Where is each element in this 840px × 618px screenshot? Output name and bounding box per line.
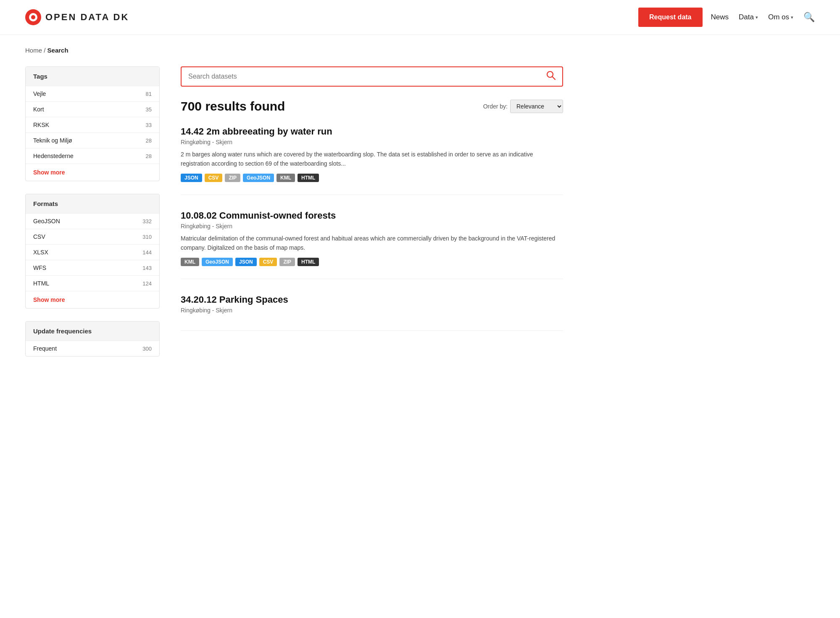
dataset-item: 10.08.02 Communist-owned forests Ringkøb… [181,210,563,279]
nav-news[interactable]: News [711,13,729,21]
dataset-org: Ringkøbing - Skjern [181,307,563,314]
breadcrumb-home[interactable]: Home [25,47,42,54]
search-button[interactable] [546,71,556,82]
svg-point-2 [31,15,35,19]
logo[interactable]: OPEN DATA DK [25,9,129,25]
tag-zip[interactable]: ZIP [225,174,240,182]
tag-teknik[interactable]: Teknik og Miljø 28 [26,132,159,148]
nav-omos[interactable]: Om os ▾ [768,13,793,21]
data-caret-icon: ▾ [756,15,758,20]
logo-icon [25,9,41,25]
dataset-tags: JSON CSV ZIP GeoJSON KML HTML [181,174,563,182]
dataset-title[interactable]: 10.08.02 Communist-owned forests [181,210,563,221]
format-geojson[interactable]: GeoJSON 332 [26,213,159,229]
sidebar: Tags Vejle 81 Kort 35 RKSK 33 Teknik og … [25,66,160,369]
tag-zip[interactable]: ZIP [279,258,295,266]
search-input[interactable] [188,73,546,80]
tag-vejle[interactable]: Vejle 81 [26,86,159,101]
tag-csv[interactable]: CSV [205,174,223,182]
order-by-select[interactable]: Relevance Name Last Modified Popularity [510,100,563,113]
tag-html[interactable]: HTML [298,174,319,182]
results-header: 700 results found Order by: Relevance Na… [181,99,563,114]
tag-kort[interactable]: Kort 35 [26,101,159,117]
update-frequencies-section: Update frequencies Frequent 300 [25,321,160,357]
tag-kml[interactable]: KML [181,258,199,266]
dataset-item: 14.42 2m abbreeating by water run Ringkø… [181,126,563,195]
dataset-org: Ringkøbing - Skjern [181,223,563,230]
tags-section: Tags Vejle 81 Kort 35 RKSK 33 Teknik og … [25,66,160,181]
omos-caret-icon: ▾ [791,15,793,20]
request-data-button[interactable]: Request data [638,8,702,27]
dataset-item: 34.20.12 Parking Spaces Ringkøbing - Skj… [181,294,563,331]
tag-geojson[interactable]: GeoJSON [202,258,233,266]
format-xlsx[interactable]: XLSX 144 [26,244,159,260]
tag-kml[interactable]: KML [276,174,295,182]
dataset-desc: 2 m barges along water runs which are co… [181,150,563,169]
freq-frequent[interactable]: Frequent 300 [26,341,159,356]
tag-rksk[interactable]: RKSK 33 [26,117,159,132]
results-count: 700 results found [181,99,285,114]
search-container [181,66,563,87]
formats-section: Formats GeoJSON 332 CSV 310 XLSX 144 WFS… [25,194,160,309]
breadcrumb-separator: / [42,47,47,54]
header-search-icon[interactable]: 🔍 [803,12,815,23]
search-icon [546,71,556,80]
dataset-desc: Matricular delimitation of the communal-… [181,234,563,253]
dataset-title[interactable]: 14.42 2m abbreeating by water run [181,126,563,137]
order-by-container: Order by: Relevance Name Last Modified P… [483,100,563,113]
breadcrumb-current: Search [47,47,68,54]
tag-hedenstederne[interactable]: Hedenstederne 28 [26,148,159,164]
format-csv[interactable]: CSV 310 [26,229,159,244]
main-layout: Tags Vejle 81 Kort 35 RKSK 33 Teknik og … [0,58,588,386]
breadcrumb: Home / Search [0,35,840,58]
tags-section-title: Tags [26,67,159,86]
tag-csv[interactable]: CSV [259,258,277,266]
tag-html[interactable]: HTML [298,258,319,266]
order-by-label: Order by: [483,103,508,110]
tag-geojson[interactable]: GeoJSON [243,174,274,182]
tags-show-more[interactable]: Show more [26,164,159,181]
format-html[interactable]: HTML 124 [26,275,159,291]
format-wfs[interactable]: WFS 143 [26,260,159,275]
main-nav: News Data ▾ Om os ▾ 🔍 [711,12,815,23]
tag-json[interactable]: JSON [181,174,202,182]
nav-data[interactable]: Data ▾ [739,13,758,21]
tag-json[interactable]: JSON [235,258,257,266]
logo-text: OPEN DATA DK [45,12,129,23]
formats-section-title: Formats [26,194,159,213]
main-content: 700 results found Order by: Relevance Na… [181,66,563,369]
dataset-title[interactable]: 34.20.12 Parking Spaces [181,294,563,305]
dataset-org: Ringkøbing - Skjern [181,139,563,145]
update-frequencies-title: Update frequencies [26,322,159,341]
header: OPEN DATA DK Request data News Data ▾ Om… [0,0,840,35]
svg-line-4 [553,77,556,80]
formats-show-more[interactable]: Show more [26,291,159,308]
dataset-tags: KML GeoJSON JSON CSV ZIP HTML [181,258,563,266]
